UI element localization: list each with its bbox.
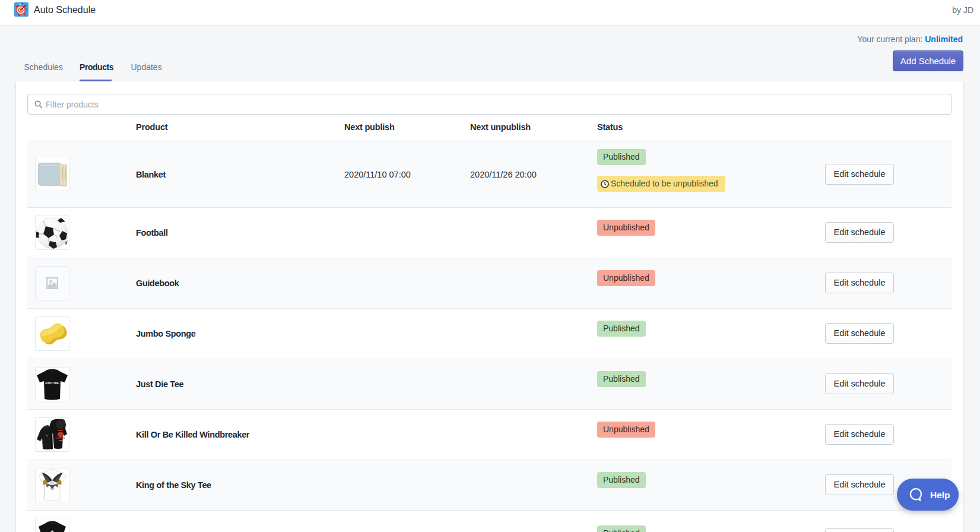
svg-text:JUST DIE.: JUST DIE. bbox=[45, 381, 60, 385]
